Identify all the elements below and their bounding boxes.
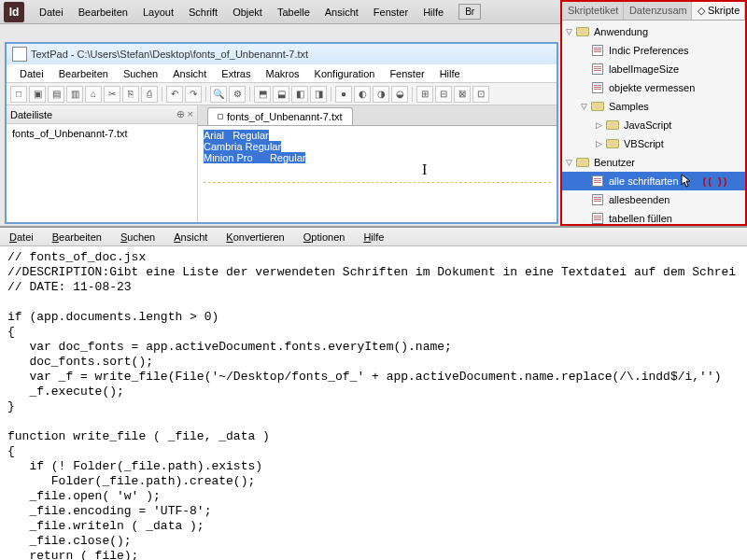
selected-text: Minion Pro Regular [204, 152, 305, 163]
tree-folder[interactable]: ▽Samples [562, 97, 745, 116]
toolbar-button[interactable]: ⎘ [122, 86, 139, 103]
file-icon [218, 114, 223, 119]
tree-script[interactable]: alle schriftarten(( )) [562, 172, 745, 190]
tree-folder[interactable]: ▷JavaScript [562, 116, 745, 134]
toolbar-button[interactable]: ⚙ [229, 86, 246, 103]
toolbar-button[interactable]: ▥ [66, 86, 83, 103]
tree-folder[interactable]: ▷VBScript [562, 134, 745, 153]
expand-arrow-icon[interactable]: ▷ [596, 139, 605, 148]
expand-arrow-icon[interactable]: ▽ [581, 102, 590, 111]
folder-icon [605, 119, 620, 132]
toolbar-button[interactable]: ⎙ [141, 86, 158, 103]
toolbar-button[interactable]: ● [335, 86, 352, 103]
tp-menu-fenster[interactable]: Fenster [382, 66, 431, 81]
expand-arrow-icon[interactable]: ▷ [596, 120, 605, 130]
folder-icon [575, 25, 590, 38]
textpad-file-tab[interactable]: fonts_of_Unbenannt-7.txt [207, 107, 353, 125]
running-indicator-icon: (( )) [703, 175, 729, 187]
toolbar-button[interactable]: ◨ [310, 86, 327, 103]
tree-folder[interactable]: ▽Anwendung [562, 22, 745, 41]
toolbar-button[interactable]: ↷ [185, 86, 202, 103]
toolbar-button[interactable]: ▤ [48, 86, 64, 103]
menu-fenster[interactable]: Fenster [366, 3, 416, 21]
menu-schrift[interactable]: Schrift [181, 3, 225, 21]
tree-item-label: labelImageSize [609, 63, 679, 75]
tree-script[interactable]: objekte vermessen [562, 78, 745, 97]
bt-menu-optionen[interactable]: Optionen [294, 230, 355, 245]
tab-skriptetikett[interactable]: Skriptetiket [562, 2, 624, 20]
toolbar-button[interactable]: ⊠ [454, 86, 471, 103]
tp-menu-extras[interactable]: Extras [214, 66, 258, 81]
toolbar-button[interactable]: ⌂ [85, 86, 102, 103]
tree-script[interactable]: Indic Preferences [562, 41, 745, 60]
tab-skripte[interactable]: ◇ Skripte [692, 2, 745, 20]
toolbar-button[interactable]: ◐ [354, 86, 371, 103]
script-icon [590, 63, 605, 76]
tp-menu-hilfe[interactable]: Hilfe [432, 66, 468, 81]
toolbar-button[interactable]: □ [10, 86, 27, 103]
bt-menu-suchen[interactable]: Suchen [111, 230, 164, 245]
script-icon [590, 175, 605, 188]
bt-menu-konvertieren[interactable]: Konvertieren [217, 230, 293, 245]
menu-layout[interactable]: Layout [135, 3, 181, 21]
indesign-menus: DateiBearbeitenLayoutSchriftObjektTabell… [32, 3, 451, 21]
toolbar-button[interactable]: ✂ [104, 86, 120, 103]
tree-script[interactable]: labelImageSize [562, 60, 745, 78]
toolbar-button[interactable]: ⊞ [416, 86, 433, 103]
menu-bearbeiten[interactable]: Bearbeiten [71, 3, 135, 21]
tree-item-label: Samples [609, 101, 649, 112]
file-list-item[interactable]: fonts_of_Unbenannt-7.txt [12, 128, 191, 139]
tree-item-label: Anwendung [594, 26, 648, 37]
bt-menu-datei[interactable]: Datei [0, 230, 43, 245]
tree-item-label: VBScript [624, 138, 664, 149]
toolbar-button[interactable]: ↶ [166, 86, 183, 103]
textpad-toolbar: □▣▤▥⌂✂⎘⎙↶↷🔍⚙⬒⬓◧◨●◐◑◒⊞⊟⊠⊡ [7, 83, 557, 105]
menu-ansicht[interactable]: Ansicht [317, 3, 366, 21]
toolbar-button[interactable]: ⊟ [435, 86, 452, 103]
tree-item-label: JavaScript [624, 119, 671, 131]
folder-icon [590, 100, 605, 113]
folder-icon [575, 156, 590, 169]
toolbar-button[interactable]: ◧ [291, 86, 308, 103]
tp-menu-konfiguration[interactable]: Konfiguration [307, 66, 383, 81]
menu-tabelle[interactable]: Tabelle [270, 3, 317, 21]
tab-datenzusammen[interactable]: Datenzusam [624, 2, 692, 20]
menu-datei[interactable]: Datei [32, 3, 71, 21]
tp-menu-ansicht[interactable]: Ansicht [165, 66, 214, 81]
textpad-sidebar: Dateiliste ⊕× fonts_of_Unbenannt-7.txt [7, 105, 198, 222]
toolbar-button[interactable]: ◒ [391, 86, 408, 103]
pin-icon[interactable]: ⊕ [176, 108, 185, 119]
textpad-editor-pane: fonts_of_Unbenannt-7.txt Arial RegularCa… [198, 105, 557, 222]
file-list[interactable]: fonts_of_Unbenannt-7.txt [7, 124, 197, 222]
tp-menu-bearbeiten[interactable]: Bearbeiten [51, 66, 116, 81]
tp-menu-makros[interactable]: Makros [258, 66, 306, 81]
bridge-button[interactable]: Br [458, 4, 481, 20]
bt-menu-bearbeiten[interactable]: Bearbeiten [43, 230, 111, 245]
text-cursor-icon: I [422, 161, 427, 178]
close-icon[interactable]: × [188, 108, 193, 119]
toolbar-button[interactable]: ⬓ [273, 86, 289, 103]
menu-objekt[interactable]: Objekt [225, 3, 270, 21]
bt-menu-hilfe[interactable]: Hilfe [354, 230, 393, 245]
toolbar-button[interactable]: ⊡ [472, 86, 489, 103]
script-icon [590, 81, 605, 94]
textpad-titlebar: TextPad - C:\Users\Stefan\Desktop\fonts_… [7, 44, 557, 64]
code-area[interactable]: // fonts_of_doc.jsx //DESCRIPTION:Gibt e… [0, 246, 747, 560]
menu-hilfe[interactable]: Hilfe [416, 3, 451, 21]
tree-item-label: Benutzer [594, 157, 635, 168]
toolbar-button[interactable]: ⬒ [254, 86, 271, 103]
tree-script[interactable]: tabellen füllen [562, 209, 745, 228]
expand-arrow-icon[interactable]: ▽ [566, 158, 575, 167]
expand-arrow-icon[interactable]: ▽ [566, 27, 575, 36]
tp-menu-datei[interactable]: Datei [12, 66, 51, 81]
toolbar-button[interactable]: 🔍 [210, 86, 227, 103]
textpad-editor[interactable]: Arial RegularCambria RegularMinion Pro R… [198, 126, 557, 222]
tree-folder[interactable]: ▽Benutzer [562, 153, 745, 172]
tree-script[interactable]: allesbeenden [562, 190, 745, 209]
bt-menu-ansicht[interactable]: Ansicht [164, 230, 217, 245]
toolbar-button[interactable]: ◑ [373, 86, 389, 103]
textpad-app-icon [12, 47, 27, 62]
bottom-menubar: DateiBearbeitenSuchenAnsichtKonvertieren… [0, 228, 747, 246]
toolbar-button[interactable]: ▣ [29, 86, 46, 103]
tp-menu-suchen[interactable]: Suchen [116, 66, 165, 81]
